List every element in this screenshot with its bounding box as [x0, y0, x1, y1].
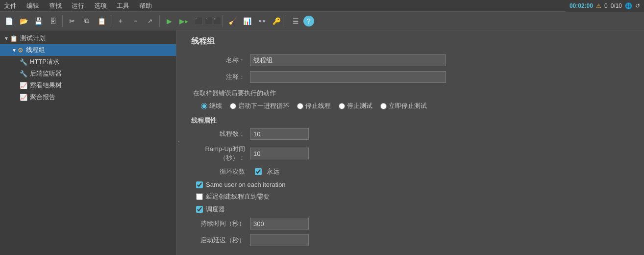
paste-button[interactable]: 📋 [95, 14, 108, 28]
aggregate-report-label: 聚合报告 [30, 93, 55, 102]
sep3 [159, 15, 160, 27]
error-radio-group: 继续 启动下一进程循环 停止线程 停止测试 立即停止测试 [201, 102, 634, 110]
status-bar: 00:02:00 ⚠ 0 0/10 🌐 ↺ [566, 0, 644, 12]
main-layout: ▼ 📋 测试计划 ▼ ⚙ 线程组 🔧 HTTP请求 🔧 后端监听器 [0, 30, 644, 255]
menu-find[interactable]: 查找 [47, 0, 64, 11]
name-input[interactable] [250, 54, 446, 66]
aggregate-report-icon: 📈 [20, 94, 27, 101]
menu-tools[interactable]: 工具 [115, 0, 131, 11]
duration-label: 持续时间（秒） [191, 219, 250, 228]
sidebar-item-backend-listener[interactable]: 🔧 后端监听器 [0, 68, 176, 79]
run-button[interactable]: ▶ [162, 14, 176, 28]
add-button[interactable]: ＋ [114, 14, 127, 28]
menu-file[interactable]: 文件 [2, 0, 19, 11]
clear2-button[interactable]: 🧹 [225, 14, 239, 28]
http-request-label: HTTP请求 [30, 57, 59, 66]
radio-continue-label: 继续 [209, 102, 222, 110]
loop-row: 循环次数 永远 [191, 167, 634, 176]
copy-button[interactable]: ⧉ [80, 14, 94, 28]
backend-listener-label: 后端监听器 [30, 69, 62, 78]
sidebar-item-http-request[interactable]: 🔧 HTTP请求 [0, 56, 176, 68]
delay-thread-checkbox[interactable] [196, 193, 203, 200]
startup-delay-row: 启动延迟（秒） [191, 234, 634, 246]
same-user-row: Same user on each iteration [191, 181, 634, 188]
radio-stop-test-now[interactable]: 立即停止测试 [380, 102, 427, 110]
help-button[interactable]: ? [303, 16, 314, 26]
loop-forever-label: 永远 [267, 167, 279, 176]
startup-delay-input[interactable] [250, 234, 309, 246]
aggregate-tree-icon: 📈 [20, 82, 27, 89]
sidebar-item-aggregate-report[interactable]: 📈 聚合报告 [0, 91, 176, 103]
menu-edit[interactable]: 编辑 [25, 0, 41, 11]
collapse-handle[interactable]: ⋮ [176, 30, 181, 255]
tree-arrow-thread-group: ▼ [12, 48, 17, 53]
radio-stop-thread-input[interactable] [297, 103, 303, 109]
comment-input[interactable] [250, 71, 446, 83]
sidebar-item-thread-group[interactable]: ▼ ⚙ 线程组 [0, 44, 176, 56]
run-all-button[interactable]: ▶▸ [177, 14, 191, 28]
sidebar: ▼ 📋 测试计划 ▼ ⚙ 线程组 🔧 HTTP请求 🔧 后端监听器 [0, 30, 176, 255]
radio-stop-test-input[interactable] [339, 103, 345, 109]
rampup-input[interactable] [250, 148, 309, 159]
cut-button[interactable]: ✂ [65, 14, 79, 28]
radio-stop-test-now-input[interactable] [380, 103, 387, 109]
stop-button[interactable]: ⬛ [192, 14, 205, 28]
radio-stop-test-now-label: 立即停止测试 [389, 102, 427, 110]
radio-next-loop-input[interactable] [230, 103, 236, 109]
warning-icon: ⚠ [596, 2, 601, 9]
save-all-button[interactable]: 🗄 [46, 14, 60, 28]
remove-button[interactable]: － [128, 14, 142, 28]
menu-bar: 文件 编辑 查找 运行 选项 工具 帮助 [0, 0, 644, 12]
sidebar-item-test-plan[interactable]: ▼ 📋 测试计划 [0, 32, 176, 44]
globe-icon[interactable]: 🌐 [625, 2, 632, 9]
http-request-icon: 🔧 [20, 58, 27, 66]
save-button[interactable]: 💾 [31, 14, 45, 28]
list-button[interactable]: ☰ [289, 14, 302, 28]
toolbar: 📄 📂 💾 🗄 ✂ ⧉ 📋 ＋ － ↗ ▶ ▶▸ ⬛ ⬛⬛ 🧹 📊 👓 🔑 ☰ … [0, 12, 644, 30]
stop-all-button[interactable]: ⬛⬛ [206, 14, 220, 28]
sidebar-item-aggregate-tree[interactable]: 📈 察看结果树 [0, 79, 176, 91]
duration-row: 持续时间（秒） [191, 218, 634, 230]
radio-stop-test-label: 停止测试 [347, 102, 372, 110]
glasses-button[interactable]: 👓 [255, 14, 269, 28]
open-button[interactable]: 📂 [17, 14, 30, 28]
menu-help[interactable]: 帮助 [137, 0, 154, 11]
radio-stop-thread[interactable]: 停止线程 [297, 102, 331, 110]
test-plan-icon: 📋 [10, 35, 18, 42]
panel-title: 线程组 [191, 36, 634, 47]
delay-thread-row: 延迟创建线程直到需要 [191, 192, 634, 201]
name-label: 名称： [191, 56, 250, 65]
same-user-checkbox[interactable] [196, 181, 203, 188]
loop-forever-checkbox[interactable] [255, 168, 262, 175]
scheduler-label: 调度器 [206, 205, 225, 214]
thread-count-input[interactable] [250, 128, 309, 140]
radio-continue[interactable]: 继续 [201, 102, 222, 110]
aggregate-tree-label: 察看结果树 [30, 81, 62, 90]
thread-props-title: 线程属性 [191, 116, 634, 125]
new-button[interactable]: 📄 [2, 14, 16, 28]
thread-group-icon: ⚙ [18, 47, 24, 54]
duration-input[interactable] [250, 218, 309, 230]
backend-listener-icon: 🔧 [20, 70, 27, 77]
thread-count-label: 线程数： [191, 129, 250, 138]
clear-button[interactable]: ↗ [143, 14, 157, 28]
count-display: 0/10 [611, 2, 622, 9]
sep4 [223, 15, 223, 27]
sep1 [62, 15, 63, 27]
menu-options[interactable]: 选项 [92, 0, 109, 11]
rampup-row: Ramp-Up时间（秒）： [191, 145, 634, 162]
status-time: 00:02:00 [570, 2, 593, 9]
scheduler-checkbox[interactable] [196, 206, 203, 213]
key-button[interactable]: 🔑 [270, 14, 283, 28]
radio-stop-test[interactable]: 停止测试 [339, 102, 372, 110]
test-plan-label: 测试计划 [20, 34, 46, 43]
error-action-header: 在取样器错误后要执行的动作 [191, 89, 634, 98]
delay-thread-label: 延迟创建线程直到需要 [206, 192, 270, 201]
scheduler-row: 调度器 [191, 205, 634, 214]
menu-run[interactable]: 运行 [70, 0, 86, 11]
report-button[interactable]: 📊 [240, 14, 254, 28]
radio-next-loop[interactable]: 启动下一进程循环 [230, 102, 289, 110]
name-row: 名称： [191, 54, 634, 66]
radio-continue-input[interactable] [201, 103, 207, 109]
refresh-icon[interactable]: ↺ [635, 2, 640, 9]
